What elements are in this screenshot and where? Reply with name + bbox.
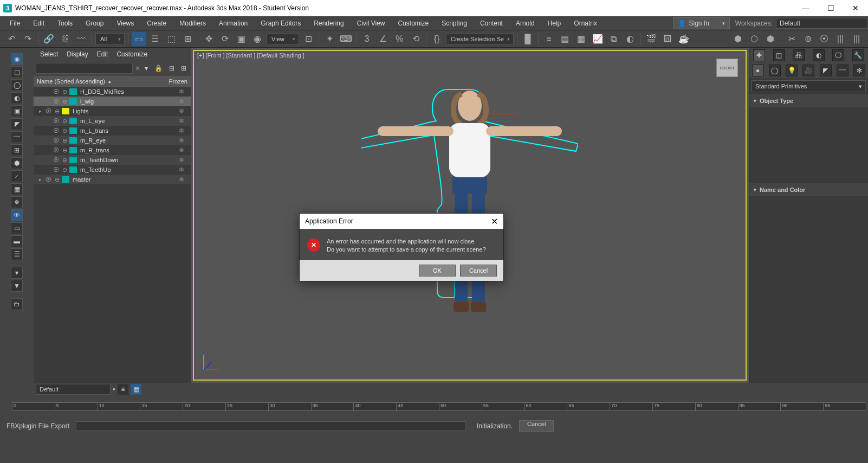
angle-snap-button[interactable]: ∠ xyxy=(376,32,390,46)
menu-scripting[interactable]: Scripting xyxy=(435,16,474,30)
modify-tab[interactable]: ◫ xyxy=(773,49,785,61)
scene-item-m_teethup[interactable]: ⦿⊖m_TeethUp❄ xyxy=(34,165,191,175)
layer-manager-icon[interactable]: ≡ xyxy=(118,384,128,395)
time-ruler[interactable]: 0510152025303540455055606570758085909510… xyxy=(12,402,866,411)
menu-content[interactable]: Content xyxy=(474,16,509,30)
object-type-rollout[interactable]: Object Type xyxy=(749,94,868,107)
menu-ornatrix[interactable]: Ornatrix xyxy=(567,16,604,30)
scene-item-m_r_eye[interactable]: ⦿⊖m_R_eye❄ xyxy=(34,136,191,145)
ox-5-button[interactable]: ||| xyxy=(850,32,864,46)
window-crossing-button[interactable]: ⊞ xyxy=(180,32,195,46)
create-tab[interactable]: ✚ xyxy=(753,49,765,61)
render-production-button[interactable]: ☕ xyxy=(677,32,691,46)
utilities-tab[interactable]: 🔧 xyxy=(852,49,864,61)
menu-group[interactable]: Group xyxy=(79,16,110,30)
geometry-icon[interactable]: ● xyxy=(752,65,764,76)
menu-arnold[interactable]: Arnold xyxy=(509,16,541,30)
tab-display[interactable]: Display xyxy=(67,50,88,58)
tab-edit[interactable]: Edit xyxy=(97,50,108,58)
tab-select[interactable]: Select xyxy=(40,50,58,58)
row-c-icon[interactable]: ☰ xyxy=(11,248,23,260)
ribbon-button[interactable]: ▦ xyxy=(574,32,588,46)
dialog-ok-button[interactable]: OK xyxy=(419,265,456,276)
dialog-cancel-button[interactable]: Cancel xyxy=(460,265,497,276)
viewcube[interactable]: FRONT xyxy=(716,59,738,77)
lock-icon[interactable]: 🔒 xyxy=(152,65,165,72)
display-groups-icon[interactable]: ⊞ xyxy=(11,144,23,156)
menu-create[interactable]: Create xyxy=(140,16,173,30)
ox-3-button[interactable]: ⦿ xyxy=(817,32,831,46)
keyboard-button[interactable]: ⌨ xyxy=(339,32,353,46)
percent-snap-button[interactable]: % xyxy=(392,32,406,46)
pivot-button[interactable]: ⊡ xyxy=(301,32,315,46)
row-a-icon[interactable]: ▭ xyxy=(11,222,23,234)
name-color-rollout[interactable]: Name and Color xyxy=(749,183,868,196)
menu-help[interactable]: Help xyxy=(541,16,568,30)
filter-a-icon[interactable]: ▾ xyxy=(11,267,23,279)
lights-icon[interactable]: 💡 xyxy=(786,65,798,76)
display-cameras-icon[interactable]: ▣ xyxy=(11,105,23,117)
scene-search-input[interactable] xyxy=(36,63,133,74)
menu-customize[interactable]: Customize xyxy=(392,16,436,30)
display-frozen-icon[interactable]: ❄ xyxy=(11,196,23,208)
redo-button[interactable]: ↷ xyxy=(21,32,35,46)
filter-icon[interactable]: ▾ xyxy=(142,63,150,74)
rotate-button[interactable]: ⟳ xyxy=(218,32,232,46)
display-containers-icon[interactable]: ▦ xyxy=(11,183,23,195)
menu-tools[interactable]: Tools xyxy=(51,16,79,30)
display-helpers-icon[interactable]: ◤ xyxy=(11,118,23,130)
maximize-button[interactable]: ☐ xyxy=(818,0,843,16)
display-tab[interactable]: 🖵 xyxy=(832,49,844,61)
scene-item-lights[interactable]: ▸⦿⊖Lights❄ xyxy=(34,106,191,116)
menu-graph-editors[interactable]: Graph Editors xyxy=(254,16,307,30)
undo-button[interactable]: ↶ xyxy=(4,32,18,46)
placement-button[interactable]: ◉ xyxy=(250,32,264,46)
spinner-snap-button[interactable]: ⟲ xyxy=(409,32,423,46)
menu-civil-view[interactable]: Civil View xyxy=(351,16,392,30)
scene-list-header[interactable]: Name (Sorted Ascending)▴ Frozen xyxy=(34,76,191,87)
schematic-button[interactable]: ⧉ xyxy=(607,32,621,46)
select-object-button[interactable]: ▭ xyxy=(132,32,146,46)
ornatrix-c-button[interactable]: ⬢ xyxy=(763,32,778,46)
ox-2-button[interactable]: ⊚ xyxy=(801,32,815,46)
scene-item-master[interactable]: ▸⦿⊖master❄ xyxy=(34,175,191,184)
motion-tab[interactable]: ◐ xyxy=(813,49,825,61)
mirror-button[interactable]: ▐▌ xyxy=(521,32,535,46)
ox-1-button[interactable]: ✂ xyxy=(785,32,799,46)
select-rect-button[interactable]: ⬚ xyxy=(164,32,178,46)
collapse-icon[interactable]: ⊟ xyxy=(167,65,177,72)
listener-input[interactable] xyxy=(76,421,466,431)
manipulate-button[interactable]: ✦ xyxy=(322,32,336,46)
material-editor-button[interactable]: ◐ xyxy=(623,32,637,46)
layer-on-icon[interactable]: ▦ xyxy=(131,384,141,395)
snap-3-button[interactable]: 3 xyxy=(360,32,374,46)
display-spacewarps-icon[interactable]: 〰 xyxy=(11,131,23,143)
dialog-close-icon[interactable]: ✕ xyxy=(491,216,498,227)
coord-system-dropdown[interactable]: View xyxy=(267,33,299,45)
viewport-label[interactable]: [+] [Front ] [Standard ] [Default Shadin… xyxy=(197,52,305,59)
scene-item-m_teethdown[interactable]: ⦿⊖m_TeethDown❄ xyxy=(34,155,191,165)
display-geometry-icon[interactable]: ▢ xyxy=(11,66,23,78)
named-selset-dropdown[interactable]: Create Selection Se xyxy=(446,33,514,45)
selection-filter[interactable]: All xyxy=(95,33,125,45)
scene-item-l_wig[interactable]: ⦿⊖l_wig❄ xyxy=(34,97,191,106)
menu-views[interactable]: Views xyxy=(110,16,140,30)
ornatrix-a-button[interactable]: ⬢ xyxy=(731,32,745,46)
align-button[interactable]: ≡ xyxy=(542,32,556,46)
helpers-icon[interactable]: ◤ xyxy=(820,65,832,76)
menu-edit[interactable]: Edit xyxy=(27,16,51,30)
clear-search-icon[interactable]: ✕ xyxy=(135,65,140,72)
minimize-button[interactable]: — xyxy=(793,0,818,16)
render-setup-button[interactable]: 🎬 xyxy=(644,32,658,46)
display-lights-icon[interactable]: ◐ xyxy=(11,92,23,104)
category-dropdown[interactable]: Standard Primitives xyxy=(752,80,866,92)
layer-dropdown[interactable]: Default xyxy=(36,384,111,395)
move-button[interactable]: ✥ xyxy=(202,32,216,46)
menu-file[interactable]: File xyxy=(3,16,27,30)
systems-icon[interactable]: ✻ xyxy=(853,65,865,76)
ox-4-button[interactable]: ||| xyxy=(833,32,847,46)
scene-item-m_r_trans[interactable]: ⦿⊖m_R_trans❄ xyxy=(34,145,191,155)
status-cancel-button[interactable]: Cancel xyxy=(519,420,554,432)
display-hidden-icon[interactable]: 👁 xyxy=(11,209,23,221)
display-all-icon[interactable]: ◉ xyxy=(11,53,23,65)
